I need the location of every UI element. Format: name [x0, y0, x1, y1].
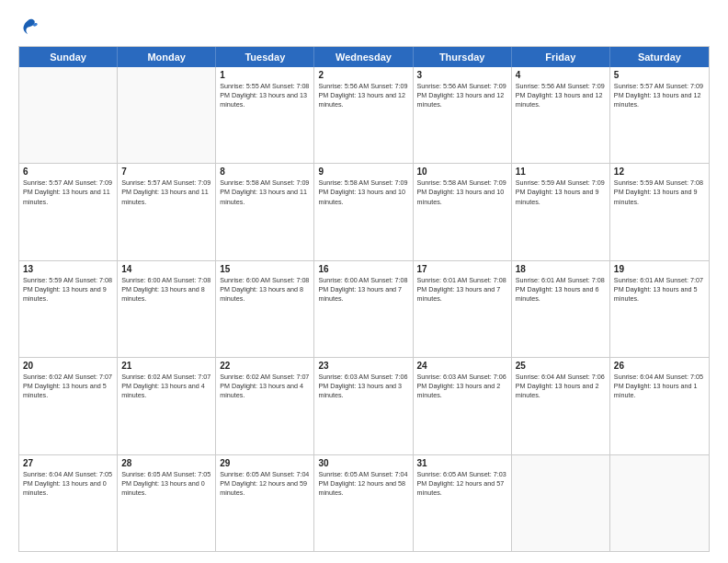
day-info: Sunrise: 6:04 AM Sunset: 7:06 PM Dayligh…: [516, 373, 606, 400]
day-info: Sunrise: 6:03 AM Sunset: 7:06 PM Dayligh…: [318, 373, 408, 400]
cal-cell-day-24: 24Sunrise: 6:03 AM Sunset: 7:06 PM Dayli…: [414, 358, 512, 454]
cal-week-2: 6Sunrise: 5:57 AM Sunset: 7:09 PM Daylig…: [19, 164, 709, 260]
day-info: Sunrise: 5:58 AM Sunset: 7:09 PM Dayligh…: [417, 178, 507, 206]
cal-cell-day-17: 17Sunrise: 6:01 AM Sunset: 7:08 PM Dayli…: [414, 261, 512, 357]
day-number: 25: [516, 361, 606, 371]
day-number: 7: [121, 167, 211, 177]
cal-cell-day-8: 8Sunrise: 5:58 AM Sunset: 7:09 PM Daylig…: [216, 164, 314, 259]
day-info: Sunrise: 5:57 AM Sunset: 7:09 PM Dayligh…: [23, 178, 113, 206]
cal-cell-day-27: 27Sunrise: 6:04 AM Sunset: 7:05 PM Dayli…: [19, 455, 118, 551]
cal-cell-day-20: 20Sunrise: 6:02 AM Sunset: 7:07 PM Dayli…: [19, 358, 118, 454]
page: SundayMondayTuesdayWednesdayThursdayFrid…: [0, 0, 728, 563]
day-number: 11: [516, 167, 606, 177]
cal-cell-day-30: 30Sunrise: 6:05 AM Sunset: 7:04 PM Dayli…: [314, 455, 413, 551]
day-number: 18: [516, 264, 606, 274]
day-number: 2: [318, 70, 408, 80]
day-info: Sunrise: 5:58 AM Sunset: 7:09 PM Dayligh…: [318, 178, 408, 206]
day-number: 8: [220, 167, 310, 177]
cal-cell-day-4: 4Sunrise: 5:56 AM Sunset: 7:09 PM Daylig…: [512, 67, 610, 163]
cal-week-1: 1Sunrise: 5:55 AM Sunset: 7:08 PM Daylig…: [19, 67, 709, 164]
cal-cell-day-25: 25Sunrise: 6:04 AM Sunset: 7:06 PM Dayli…: [512, 358, 610, 454]
day-number: 28: [121, 458, 211, 468]
day-number: 5: [614, 70, 705, 80]
day-number: 27: [23, 458, 113, 468]
day-info: Sunrise: 6:01 AM Sunset: 7:08 PM Dayligh…: [417, 276, 507, 304]
cal-cell-day-15: 15Sunrise: 6:00 AM Sunset: 7:08 PM Dayli…: [216, 261, 314, 357]
day-number: 17: [417, 264, 507, 274]
day-info: Sunrise: 5:59 AM Sunset: 7:08 PM Dayligh…: [614, 178, 705, 206]
day-number: 21: [121, 361, 211, 371]
cal-cell-day-13: 13Sunrise: 5:59 AM Sunset: 7:08 PM Dayli…: [19, 261, 118, 357]
cal-cell-day-31: 31Sunrise: 6:05 AM Sunset: 7:03 PM Dayli…: [414, 455, 512, 551]
day-info: Sunrise: 6:02 AM Sunset: 7:07 PM Dayligh…: [220, 373, 310, 400]
day-number: 10: [417, 167, 507, 177]
day-number: 26: [614, 361, 705, 371]
cal-cell-day-10: 10Sunrise: 5:58 AM Sunset: 7:09 PM Dayli…: [414, 164, 512, 259]
cal-cell-empty-0-1: [118, 67, 216, 163]
day-info: Sunrise: 5:55 AM Sunset: 7:08 PM Dayligh…: [220, 82, 310, 109]
day-info: Sunrise: 5:57 AM Sunset: 7:09 PM Dayligh…: [121, 178, 211, 206]
cal-cell-day-9: 9Sunrise: 5:58 AM Sunset: 7:09 PM Daylig…: [314, 164, 413, 259]
cal-cell-day-19: 19Sunrise: 6:01 AM Sunset: 7:07 PM Dayli…: [610, 261, 709, 357]
cal-header-friday: Friday: [512, 47, 610, 67]
calendar-header-row: SundayMondayTuesdayWednesdayThursdayFrid…: [19, 47, 709, 67]
cal-header-monday: Monday: [118, 47, 216, 67]
logo: [18, 17, 42, 37]
day-info: Sunrise: 6:04 AM Sunset: 7:05 PM Dayligh…: [614, 373, 705, 400]
day-number: 4: [516, 70, 606, 80]
cal-cell-day-6: 6Sunrise: 5:57 AM Sunset: 7:09 PM Daylig…: [19, 164, 118, 259]
cal-cell-day-18: 18Sunrise: 6:01 AM Sunset: 7:08 PM Dayli…: [512, 261, 610, 357]
day-info: Sunrise: 6:02 AM Sunset: 7:07 PM Dayligh…: [121, 373, 211, 400]
cal-cell-day-23: 23Sunrise: 6:03 AM Sunset: 7:06 PM Dayli…: [314, 358, 413, 454]
cal-header-tuesday: Tuesday: [216, 47, 314, 67]
cal-cell-day-16: 16Sunrise: 6:00 AM Sunset: 7:08 PM Dayli…: [314, 261, 413, 357]
cal-cell-day-1: 1Sunrise: 5:55 AM Sunset: 7:08 PM Daylig…: [216, 67, 314, 163]
header: [18, 17, 710, 37]
day-info: Sunrise: 6:03 AM Sunset: 7:06 PM Dayligh…: [417, 373, 507, 400]
day-info: Sunrise: 5:56 AM Sunset: 7:09 PM Dayligh…: [417, 82, 507, 109]
day-number: 12: [614, 167, 705, 177]
cal-cell-empty-4-6: [610, 455, 709, 551]
day-number: 13: [23, 264, 113, 274]
day-number: 22: [220, 361, 310, 371]
cal-cell-day-14: 14Sunrise: 6:00 AM Sunset: 7:08 PM Dayli…: [118, 261, 216, 357]
cal-week-5: 27Sunrise: 6:04 AM Sunset: 7:05 PM Dayli…: [19, 455, 709, 551]
cal-header-sunday: Sunday: [19, 47, 118, 67]
day-info: Sunrise: 5:57 AM Sunset: 7:09 PM Dayligh…: [614, 82, 705, 109]
day-number: 30: [318, 458, 408, 468]
day-number: 29: [220, 458, 310, 468]
day-number: 23: [318, 361, 408, 371]
day-info: Sunrise: 5:59 AM Sunset: 7:08 PM Dayligh…: [23, 276, 113, 304]
day-info: Sunrise: 6:00 AM Sunset: 7:08 PM Dayligh…: [318, 276, 408, 304]
day-info: Sunrise: 6:01 AM Sunset: 7:07 PM Dayligh…: [614, 276, 705, 304]
cal-header-thursday: Thursday: [414, 47, 512, 67]
day-info: Sunrise: 5:58 AM Sunset: 7:09 PM Dayligh…: [220, 178, 310, 206]
day-number: 15: [220, 264, 310, 274]
day-number: 19: [614, 264, 705, 274]
cal-cell-day-26: 26Sunrise: 6:04 AM Sunset: 7:05 PM Dayli…: [610, 358, 709, 454]
cal-cell-day-2: 2Sunrise: 5:56 AM Sunset: 7:09 PM Daylig…: [314, 67, 413, 163]
cal-cell-day-29: 29Sunrise: 6:05 AM Sunset: 7:04 PM Dayli…: [216, 455, 314, 551]
cal-cell-day-12: 12Sunrise: 5:59 AM Sunset: 7:08 PM Dayli…: [610, 164, 709, 259]
day-info: Sunrise: 6:02 AM Sunset: 7:07 PM Dayligh…: [23, 373, 113, 400]
day-number: 9: [318, 167, 408, 177]
cal-cell-day-28: 28Sunrise: 6:05 AM Sunset: 7:05 PM Dayli…: [118, 455, 216, 551]
day-info: Sunrise: 6:01 AM Sunset: 7:08 PM Dayligh…: [516, 276, 606, 304]
cal-cell-empty-4-5: [512, 455, 610, 551]
logo-bird-icon: [18, 17, 39, 37]
day-info: Sunrise: 5:59 AM Sunset: 7:09 PM Dayligh…: [516, 178, 606, 206]
day-number: 3: [417, 70, 507, 80]
cal-cell-day-7: 7Sunrise: 5:57 AM Sunset: 7:09 PM Daylig…: [118, 164, 216, 259]
day-number: 6: [23, 167, 113, 177]
calendar-body: 1Sunrise: 5:55 AM Sunset: 7:08 PM Daylig…: [19, 67, 709, 551]
cal-header-wednesday: Wednesday: [314, 47, 413, 67]
day-info: Sunrise: 5:56 AM Sunset: 7:09 PM Dayligh…: [318, 82, 408, 109]
day-info: Sunrise: 6:05 AM Sunset: 7:05 PM Dayligh…: [121, 470, 211, 498]
day-number: 31: [417, 458, 507, 468]
day-number: 16: [318, 264, 408, 274]
cal-cell-day-3: 3Sunrise: 5:56 AM Sunset: 7:09 PM Daylig…: [414, 67, 512, 163]
cal-cell-day-21: 21Sunrise: 6:02 AM Sunset: 7:07 PM Dayli…: [118, 358, 216, 454]
day-info: Sunrise: 5:56 AM Sunset: 7:09 PM Dayligh…: [516, 82, 606, 109]
cal-cell-day-22: 22Sunrise: 6:02 AM Sunset: 7:07 PM Dayli…: [216, 358, 314, 454]
day-info: Sunrise: 6:05 AM Sunset: 7:03 PM Dayligh…: [417, 470, 507, 498]
